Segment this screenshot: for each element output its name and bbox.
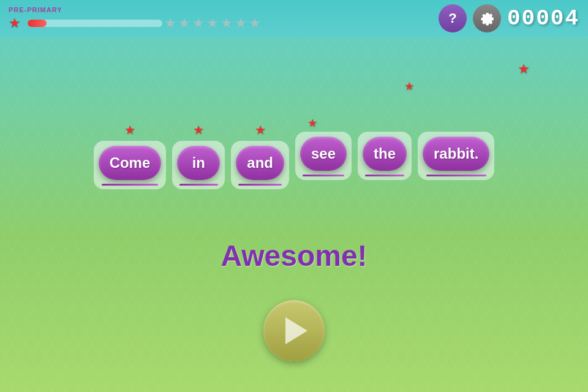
- star-empty-2: ★: [164, 15, 176, 31]
- word-button-and[interactable]: and: [236, 146, 284, 180]
- word-star-come: ★: [124, 123, 135, 137]
- play-button[interactable]: [263, 300, 325, 361]
- word-button-see[interactable]: see: [300, 137, 347, 171]
- play-button-wrapper: [263, 300, 325, 361]
- star-empty-7: ★: [235, 15, 247, 31]
- header: PRE-PRIMARY ★ ★ ★ ★ ★ ★ ★ ★ ? 00004: [0, 0, 588, 37]
- word-button-rabbit[interactable]: rabbit.: [423, 137, 489, 171]
- word-underline-see: [303, 175, 344, 176]
- word-card-come: ★ Come: [94, 123, 167, 189]
- header-left: PRE-PRIMARY ★ ★ ★ ★ ★ ★ ★ ★: [9, 6, 261, 31]
- word-card-the: the: [358, 132, 412, 180]
- help-button[interactable]: ?: [439, 4, 467, 32]
- settings-button[interactable]: [473, 4, 501, 32]
- stars-bar: ★ ★ ★ ★ ★ ★ ★ ★: [9, 15, 261, 31]
- header-right: ? 00004: [439, 4, 579, 32]
- word-card-rabbit: rabbit.: [418, 132, 494, 180]
- level-label: PRE-PRIMARY: [9, 6, 62, 13]
- star-empty-6: ★: [221, 15, 233, 31]
- star-empty-8: ★: [249, 15, 261, 31]
- word-underline-the: [365, 175, 405, 176]
- words-area: ★ Come ★ in ★ and see the rabbit.: [0, 123, 588, 189]
- star-filled-1: ★: [9, 15, 21, 31]
- star-empty-4: ★: [192, 15, 205, 31]
- gear-icon: [478, 10, 496, 27]
- score-display: 00004: [507, 6, 579, 31]
- help-icon: ?: [448, 10, 456, 26]
- word-button-come[interactable]: Come: [99, 146, 162, 180]
- stars-progress-fill: [28, 20, 47, 27]
- word-card-see: see: [295, 132, 352, 180]
- word-star-in: ★: [193, 123, 204, 137]
- feedback-text: Awesome!: [0, 239, 588, 273]
- star-empty-5: ★: [206, 15, 219, 31]
- deco-star-2: ★: [404, 80, 414, 93]
- word-card-in: ★ in: [172, 123, 225, 189]
- word-underline-and: [238, 184, 282, 186]
- stars-progress-bar: [28, 20, 162, 27]
- deco-star-1: ★: [518, 61, 530, 77]
- star-empty-3: ★: [178, 15, 190, 31]
- word-underline-rabbit: [426, 175, 486, 176]
- play-icon: [285, 317, 307, 344]
- word-underline-come: [102, 184, 158, 186]
- word-button-in[interactable]: in: [177, 146, 220, 180]
- word-card-and: ★ and: [231, 123, 289, 189]
- word-star-and: ★: [255, 123, 266, 137]
- word-underline-in: [179, 184, 218, 186]
- word-button-the[interactable]: the: [363, 137, 407, 171]
